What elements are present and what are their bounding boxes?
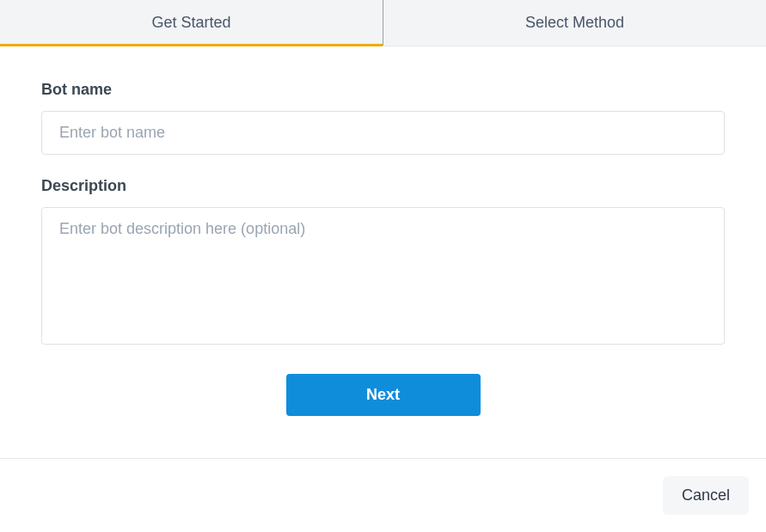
footer: Cancel bbox=[0, 458, 766, 532]
description-group: Description bbox=[41, 177, 725, 348]
next-button[interactable]: Next bbox=[286, 374, 481, 416]
tab-label: Get Started bbox=[151, 14, 230, 31]
form-content: Bot name Description Next bbox=[0, 46, 766, 458]
description-label: Description bbox=[41, 177, 725, 195]
next-button-row: Next bbox=[41, 374, 725, 416]
description-textarea[interactable] bbox=[41, 207, 725, 345]
tab-label: Select Method bbox=[525, 14, 624, 31]
tab-select-method[interactable]: Select Method bbox=[383, 0, 766, 46]
cancel-button[interactable]: Cancel bbox=[663, 476, 749, 515]
bot-name-group: Bot name bbox=[41, 81, 725, 155]
bot-name-input[interactable] bbox=[41, 111, 725, 155]
bot-name-label: Bot name bbox=[41, 81, 725, 99]
tab-bar: Get Started Select Method bbox=[0, 0, 766, 46]
tab-get-started[interactable]: Get Started bbox=[0, 0, 383, 46]
